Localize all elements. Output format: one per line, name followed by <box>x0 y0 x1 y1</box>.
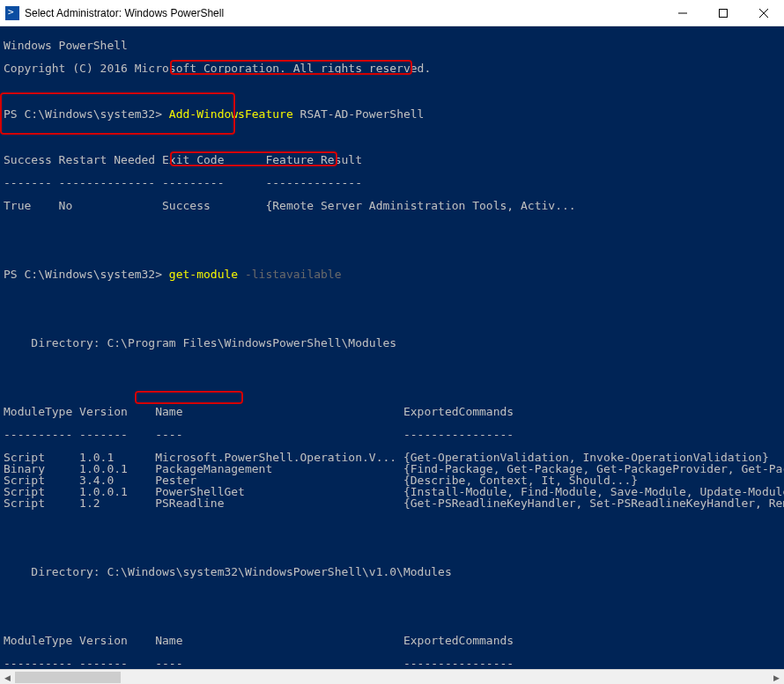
scroll-track[interactable] <box>15 670 769 684</box>
close-button[interactable] <box>743 0 784 26</box>
scroll-left-arrow[interactable]: ◀ <box>0 670 15 684</box>
table-header: ModuleType Version Name ExportedCommands <box>4 406 784 417</box>
horizontal-scrollbar[interactable]: ◀ ▶ <box>0 669 784 684</box>
table-divider: ---------- ------- ---- ---------------- <box>4 658 784 669</box>
svg-rect-1 <box>720 9 728 17</box>
svg-line-2 <box>759 9 768 18</box>
table-header: Success Restart Needed Exit Code Feature… <box>4 154 784 165</box>
table-divider: ------- -------------- --------- -------… <box>4 177 784 188</box>
table-row: Script 1.2 PSReadline {Get-PSReadlineKey… <box>4 497 784 509</box>
minimize-button[interactable] <box>662 0 703 26</box>
window-controls <box>662 0 784 26</box>
window-title: Select Administrator: Windows PowerShell <box>25 7 662 19</box>
svg-line-3 <box>759 9 768 18</box>
scroll-thumb[interactable] <box>15 672 121 683</box>
directory-line: Directory: C:\Windows\system32\WindowsPo… <box>4 566 784 577</box>
intro-line: Windows PowerShell <box>4 40 784 51</box>
directory-line: Directory: C:\Program Files\WindowsPower… <box>4 337 784 349</box>
powershell-icon <box>5 6 19 20</box>
titlebar[interactable]: Select Administrator: Windows PowerShell <box>0 0 784 26</box>
prompt-line: PS C:\Windows\system32> get-module -list… <box>4 268 784 280</box>
table-row: True No Success {Remote Server Administr… <box>4 200 784 211</box>
table-header: ModuleType Version Name ExportedCommands <box>4 635 784 646</box>
maximize-button[interactable] <box>703 0 743 26</box>
table-divider: ---------- ------- ---- ---------------- <box>4 429 784 440</box>
intro-line: Copyright (C) 2016 Microsoft Corporation… <box>4 63 784 74</box>
prompt-line: PS C:\Windows\system32> Add-WindowsFeatu… <box>4 108 784 120</box>
scroll-right-arrow[interactable]: ▶ <box>769 670 784 684</box>
powershell-console[interactable]: Windows PowerShell Copyright (C) 2016 Mi… <box>0 26 784 669</box>
